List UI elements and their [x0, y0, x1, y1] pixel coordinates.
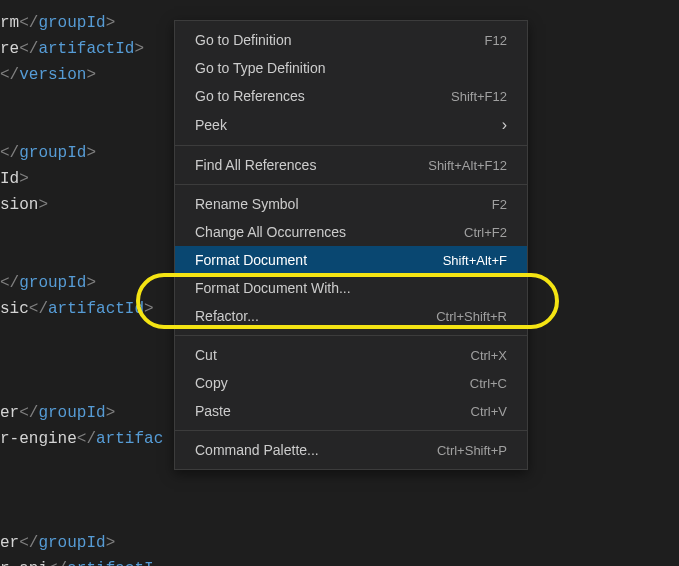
code-line: </groupId> [0, 140, 163, 166]
menu-shortcut: Shift+Alt+F12 [428, 158, 507, 173]
menu-shortcut: Ctrl+F2 [464, 225, 507, 240]
menu-item-rename-symbol[interactable]: Rename SymbolF2 [175, 190, 527, 218]
code-line: rm</groupId> [0, 10, 163, 36]
menu-item-command-palette[interactable]: Command Palette...Ctrl+Shift+P [175, 436, 527, 464]
code-editor[interactable]: rm</groupId>re</artifactId></version> </… [0, 0, 163, 566]
menu-label: Find All References [195, 157, 428, 173]
menu-label: Format Document [195, 252, 443, 268]
code-line: er</groupId> [0, 400, 163, 426]
code-line: er</groupId> [0, 530, 163, 556]
code-line: Id> [0, 166, 163, 192]
code-line: r-api</artifactI [0, 556, 163, 566]
menu-item-change-all-occurrences[interactable]: Change All OccurrencesCtrl+F2 [175, 218, 527, 246]
menu-shortcut: F2 [492, 197, 507, 212]
menu-label: Cut [195, 347, 471, 363]
menu-shortcut: F12 [485, 33, 507, 48]
menu-item-copy[interactable]: CopyCtrl+C [175, 369, 527, 397]
code-line: sion> [0, 192, 163, 218]
menu-label: Go to Definition [195, 32, 485, 48]
code-line: sic</artifactId> [0, 296, 163, 322]
code-line [0, 504, 163, 530]
menu-shortcut: Ctrl+C [470, 376, 507, 391]
code-line [0, 218, 163, 244]
menu-label: Go to References [195, 88, 451, 104]
menu-item-go-to-references[interactable]: Go to ReferencesShift+F12 [175, 82, 527, 110]
menu-label: Copy [195, 375, 470, 391]
menu-item-go-to-definition[interactable]: Go to DefinitionF12 [175, 26, 527, 54]
menu-item-find-all-references[interactable]: Find All ReferencesShift+Alt+F12 [175, 151, 527, 179]
menu-label: Peek [195, 117, 502, 133]
code-line: </groupId> [0, 270, 163, 296]
menu-shortcut: Shift+F12 [451, 89, 507, 104]
code-line [0, 322, 163, 348]
code-line [0, 452, 163, 478]
menu-shortcut: Ctrl+Shift+P [437, 443, 507, 458]
code-line [0, 348, 163, 374]
menu-label: Format Document With... [195, 280, 507, 296]
code-line [0, 88, 163, 114]
menu-item-paste[interactable]: PasteCtrl+V [175, 397, 527, 425]
code-line: r-engine</artifac [0, 426, 163, 452]
code-line: re</artifactId> [0, 36, 163, 62]
menu-label: Change All Occurrences [195, 224, 464, 240]
menu-item-peek[interactable]: Peek› [175, 110, 527, 140]
code-line [0, 374, 163, 400]
menu-item-go-to-type-definition[interactable]: Go to Type Definition [175, 54, 527, 82]
menu-label: Refactor... [195, 308, 436, 324]
code-line [0, 244, 163, 270]
code-line [0, 478, 163, 504]
menu-shortcut: Ctrl+V [471, 404, 507, 419]
menu-item-refactor[interactable]: Refactor...Ctrl+Shift+R [175, 302, 527, 330]
code-line: </version> [0, 62, 163, 88]
menu-shortcut: Ctrl+Shift+R [436, 309, 507, 324]
code-line [0, 114, 163, 140]
menu-label: Command Palette... [195, 442, 437, 458]
menu-item-format-document[interactable]: Format DocumentShift+Alt+F [175, 246, 527, 274]
menu-separator [175, 430, 527, 431]
menu-label: Go to Type Definition [195, 60, 507, 76]
menu-separator [175, 145, 527, 146]
context-menu: Go to DefinitionF12Go to Type Definition… [174, 20, 528, 470]
menu-item-cut[interactable]: CutCtrl+X [175, 341, 527, 369]
menu-separator [175, 184, 527, 185]
menu-shortcut: Ctrl+X [471, 348, 507, 363]
menu-item-format-document-with[interactable]: Format Document With... [175, 274, 527, 302]
chevron-right-icon: › [502, 116, 507, 134]
menu-separator [175, 335, 527, 336]
menu-label: Rename Symbol [195, 196, 492, 212]
menu-label: Paste [195, 403, 471, 419]
menu-shortcut: Shift+Alt+F [443, 253, 507, 268]
